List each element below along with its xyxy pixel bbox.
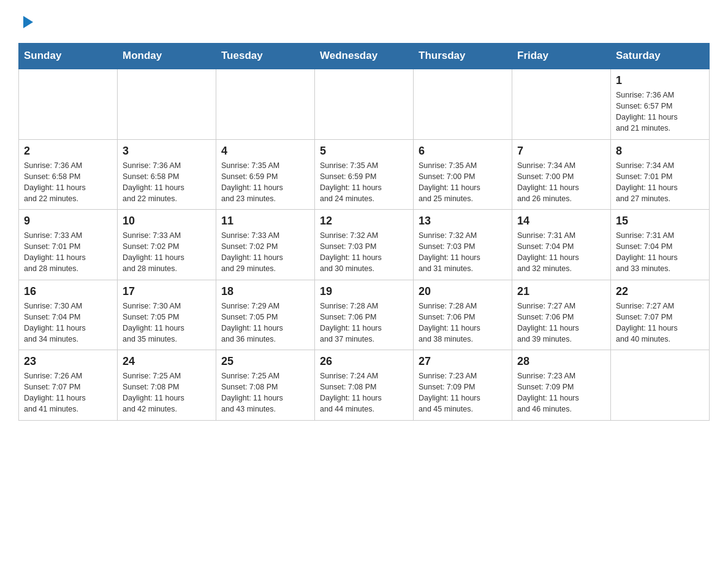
calendar-cell [414, 69, 512, 139]
day-info: Sunrise: 7:29 AMSunset: 7:05 PMDaylight:… [221, 301, 309, 345]
day-info: Sunrise: 7:36 AMSunset: 6:58 PMDaylight:… [123, 160, 211, 205]
day-number: 21 [517, 285, 605, 298]
day-header-thursday: Thursday [414, 44, 512, 69]
calendar-week-row: 2Sunrise: 7:36 AMSunset: 6:58 PMDaylight… [19, 139, 710, 210]
calendar-cell: 27Sunrise: 7:23 AMSunset: 7:09 PMDayligh… [414, 350, 512, 421]
day-number: 2 [24, 145, 112, 158]
calendar-cell: 6Sunrise: 7:35 AMSunset: 7:00 PMDaylight… [414, 139, 512, 210]
day-info: Sunrise: 7:33 AMSunset: 7:02 PMDaylight:… [221, 230, 309, 275]
day-number: 12 [320, 215, 408, 228]
day-number: 7 [517, 145, 605, 158]
day-number: 17 [123, 285, 211, 298]
day-info: Sunrise: 7:34 AMSunset: 7:01 PMDaylight:… [616, 160, 704, 205]
calendar-cell [315, 69, 414, 139]
day-number: 22 [616, 285, 704, 298]
day-number: 4 [221, 145, 309, 158]
day-number: 19 [320, 285, 408, 298]
calendar-cell: 8Sunrise: 7:34 AMSunset: 7:01 PMDaylight… [611, 139, 710, 210]
day-info: Sunrise: 7:33 AMSunset: 7:02 PMDaylight:… [123, 230, 211, 275]
calendar-week-row: 9Sunrise: 7:33 AMSunset: 7:01 PMDaylight… [19, 210, 710, 280]
day-info: Sunrise: 7:30 AMSunset: 7:05 PMDaylight:… [123, 301, 211, 345]
calendar-cell: 18Sunrise: 7:29 AMSunset: 7:05 PMDayligh… [216, 280, 315, 350]
day-info: Sunrise: 7:28 AMSunset: 7:06 PMDaylight:… [419, 301, 507, 345]
day-info: Sunrise: 7:27 AMSunset: 7:06 PMDaylight:… [517, 301, 605, 345]
calendar-cell: 28Sunrise: 7:23 AMSunset: 7:09 PMDayligh… [512, 350, 611, 421]
calendar-cell [19, 69, 118, 139]
calendar-header-row: SundayMondayTuesdayWednesdayThursdayFrid… [19, 44, 710, 69]
calendar-cell: 10Sunrise: 7:33 AMSunset: 7:02 PMDayligh… [118, 210, 216, 280]
day-number: 23 [24, 355, 112, 368]
day-number: 5 [320, 145, 408, 158]
day-info: Sunrise: 7:36 AMSunset: 6:57 PMDaylight:… [616, 90, 704, 134]
day-number: 18 [221, 285, 309, 298]
day-info: Sunrise: 7:36 AMSunset: 6:58 PMDaylight:… [24, 160, 112, 205]
day-info: Sunrise: 7:23 AMSunset: 7:09 PMDaylight:… [517, 370, 605, 415]
calendar-cell: 20Sunrise: 7:28 AMSunset: 7:06 PMDayligh… [414, 280, 512, 350]
calendar-table: SundayMondayTuesdayWednesdayThursdayFrid… [18, 43, 710, 421]
day-info: Sunrise: 7:25 AMSunset: 7:08 PMDaylight:… [221, 370, 309, 415]
day-number: 25 [221, 355, 309, 368]
day-info: Sunrise: 7:33 AMSunset: 7:01 PMDaylight:… [24, 230, 112, 275]
calendar-cell: 21Sunrise: 7:27 AMSunset: 7:06 PMDayligh… [512, 280, 611, 350]
day-number: 3 [123, 145, 211, 158]
day-header-monday: Monday [118, 44, 216, 69]
calendar-cell: 1Sunrise: 7:36 AMSunset: 6:57 PMDaylight… [611, 69, 710, 139]
calendar-cell: 26Sunrise: 7:24 AMSunset: 7:08 PMDayligh… [315, 350, 414, 421]
day-number: 15 [616, 215, 704, 228]
day-number: 8 [616, 145, 704, 158]
day-info: Sunrise: 7:28 AMSunset: 7:06 PMDaylight:… [320, 301, 408, 345]
calendar-cell: 5Sunrise: 7:35 AMSunset: 6:59 PMDaylight… [315, 139, 414, 210]
day-number: 11 [221, 215, 309, 228]
day-number: 28 [517, 355, 605, 368]
calendar-week-row: 16Sunrise: 7:30 AMSunset: 7:04 PMDayligh… [19, 280, 710, 350]
day-info: Sunrise: 7:32 AMSunset: 7:03 PMDaylight:… [419, 230, 507, 275]
logo [18, 12, 36, 31]
day-info: Sunrise: 7:31 AMSunset: 7:04 PMDaylight:… [616, 230, 704, 275]
calendar-cell: 2Sunrise: 7:36 AMSunset: 6:58 PMDaylight… [19, 139, 118, 210]
day-header-saturday: Saturday [611, 44, 710, 69]
calendar-cell [611, 350, 710, 421]
day-header-wednesday: Wednesday [315, 44, 414, 69]
day-number: 13 [419, 215, 507, 228]
calendar-cell: 12Sunrise: 7:32 AMSunset: 7:03 PMDayligh… [315, 210, 414, 280]
day-number: 6 [419, 145, 507, 158]
day-header-sunday: Sunday [19, 44, 118, 69]
page-header [18, 12, 710, 31]
calendar-week-row: 1Sunrise: 7:36 AMSunset: 6:57 PMDaylight… [19, 69, 710, 139]
calendar-cell: 15Sunrise: 7:31 AMSunset: 7:04 PMDayligh… [611, 210, 710, 280]
calendar-cell [216, 69, 315, 139]
day-header-tuesday: Tuesday [216, 44, 315, 69]
calendar-cell: 11Sunrise: 7:33 AMSunset: 7:02 PMDayligh… [216, 210, 315, 280]
day-number: 16 [24, 285, 112, 298]
calendar-cell: 9Sunrise: 7:33 AMSunset: 7:01 PMDaylight… [19, 210, 118, 280]
day-number: 9 [24, 215, 112, 228]
calendar-cell: 22Sunrise: 7:27 AMSunset: 7:07 PMDayligh… [611, 280, 710, 350]
day-info: Sunrise: 7:31 AMSunset: 7:04 PMDaylight:… [517, 230, 605, 275]
day-info: Sunrise: 7:27 AMSunset: 7:07 PMDaylight:… [616, 301, 704, 345]
calendar-cell: 7Sunrise: 7:34 AMSunset: 7:00 PMDaylight… [512, 139, 611, 210]
day-info: Sunrise: 7:25 AMSunset: 7:08 PMDaylight:… [123, 370, 211, 415]
day-info: Sunrise: 7:26 AMSunset: 7:07 PMDaylight:… [24, 370, 112, 415]
calendar-cell: 16Sunrise: 7:30 AMSunset: 7:04 PMDayligh… [19, 280, 118, 350]
calendar-cell: 24Sunrise: 7:25 AMSunset: 7:08 PMDayligh… [118, 350, 216, 421]
svg-marker-0 [23, 16, 33, 28]
calendar-cell: 4Sunrise: 7:35 AMSunset: 6:59 PMDaylight… [216, 139, 315, 210]
day-info: Sunrise: 7:34 AMSunset: 7:00 PMDaylight:… [517, 160, 605, 205]
day-info: Sunrise: 7:23 AMSunset: 7:09 PMDaylight:… [419, 370, 507, 415]
day-header-friday: Friday [512, 44, 611, 69]
day-number: 1 [616, 74, 704, 87]
day-info: Sunrise: 7:35 AMSunset: 7:00 PMDaylight:… [419, 160, 507, 205]
day-info: Sunrise: 7:35 AMSunset: 6:59 PMDaylight:… [221, 160, 309, 205]
calendar-cell [118, 69, 216, 139]
calendar-cell: 13Sunrise: 7:32 AMSunset: 7:03 PMDayligh… [414, 210, 512, 280]
day-info: Sunrise: 7:30 AMSunset: 7:04 PMDaylight:… [24, 301, 112, 345]
calendar-cell: 19Sunrise: 7:28 AMSunset: 7:06 PMDayligh… [315, 280, 414, 350]
day-number: 24 [123, 355, 211, 368]
day-info: Sunrise: 7:32 AMSunset: 7:03 PMDaylight:… [320, 230, 408, 275]
calendar-cell: 14Sunrise: 7:31 AMSunset: 7:04 PMDayligh… [512, 210, 611, 280]
day-info: Sunrise: 7:35 AMSunset: 6:59 PMDaylight:… [320, 160, 408, 205]
calendar-cell: 3Sunrise: 7:36 AMSunset: 6:58 PMDaylight… [118, 139, 216, 210]
day-number: 14 [517, 215, 605, 228]
day-number: 20 [419, 285, 507, 298]
calendar-cell [512, 69, 611, 139]
